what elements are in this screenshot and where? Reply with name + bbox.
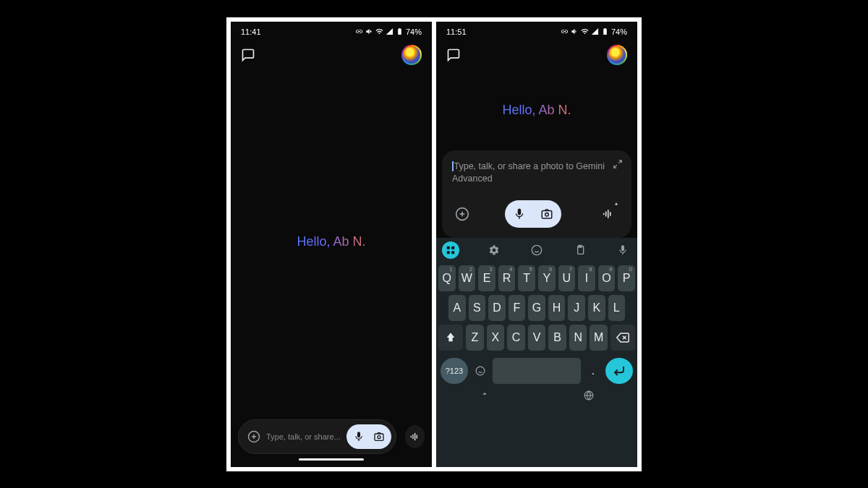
camera-button[interactable]	[370, 427, 388, 446]
link-icon	[561, 27, 569, 35]
key-t[interactable]: T5	[518, 265, 535, 291]
keyboard-collapse-icon[interactable]	[480, 390, 490, 401]
input-placeholder: Type, talk, or share...	[266, 432, 341, 441]
key-f[interactable]: F	[509, 295, 526, 321]
plus-icon[interactable]	[247, 430, 260, 443]
key-i[interactable]: I8	[578, 265, 595, 291]
key-e[interactable]: E3	[478, 265, 495, 291]
status-time: 11:51	[446, 27, 467, 36]
svg-rect-7	[414, 432, 415, 440]
shift-key[interactable]	[438, 325, 463, 351]
key-l[interactable]: L	[608, 295, 626, 321]
link-icon	[355, 27, 363, 35]
key-o[interactable]: O9	[598, 265, 616, 291]
status-bar: 11:41 74%	[231, 22, 432, 39]
svg-rect-6	[413, 434, 414, 439]
mic-button[interactable]	[349, 427, 368, 446]
svg-rect-17	[610, 212, 611, 216]
keyboard-rows: Q1W2E3R4T5Y6U7I8O9P0 ASDFGHJKL ZXCVBNM ?…	[436, 262, 637, 384]
status-indicators: 74%	[561, 27, 627, 36]
expand-icon[interactable]	[613, 159, 623, 169]
period-key[interactable]: .	[584, 358, 603, 384]
svg-rect-8	[417, 435, 417, 438]
status-indicators: 74%	[355, 27, 422, 36]
language-icon[interactable]	[584, 390, 594, 401]
key-d[interactable]: D	[488, 295, 506, 321]
keyboard-emoji-button[interactable]	[528, 241, 545, 259]
key-j[interactable]: J	[568, 295, 585, 321]
mic-button[interactable]	[509, 204, 529, 224]
key-b[interactable]: B	[548, 325, 566, 351]
svg-point-13	[545, 213, 549, 216]
live-button[interactable]	[597, 203, 618, 225]
key-n[interactable]: N	[569, 325, 587, 351]
sparkle-icon	[613, 202, 620, 209]
key-s[interactable]: S	[469, 295, 486, 321]
key-m[interactable]: M	[590, 325, 608, 351]
live-button[interactable]	[405, 425, 425, 448]
battery-percent: 74%	[406, 27, 422, 36]
keyboard-voice-button[interactable]	[614, 241, 631, 259]
mic-camera-group	[346, 424, 391, 449]
svg-rect-21	[451, 251, 454, 254]
key-c[interactable]: C	[507, 325, 525, 351]
key-x[interactable]: X	[487, 325, 505, 351]
svg-rect-18	[447, 246, 450, 249]
status-time: 11:41	[241, 27, 261, 36]
emoji-key[interactable]	[471, 358, 490, 384]
phone-left: 11:41 74% Hello, Ab N. Type, talk, or sh…	[231, 22, 432, 467]
app-top-bar	[436, 39, 637, 71]
svg-rect-5	[411, 435, 412, 437]
svg-rect-19	[451, 246, 454, 249]
keyboard-settings-button[interactable]	[485, 241, 503, 259]
keyboard-row-bottom: ?123 .	[438, 358, 635, 384]
space-key[interactable]	[493, 358, 581, 384]
mic-camera-group	[505, 200, 561, 228]
battery-icon	[396, 27, 404, 35]
key-q[interactable]: Q1	[438, 265, 456, 291]
main-content: Hello, Ab N.	[231, 71, 432, 414]
home-indicator[interactable]	[231, 458, 432, 467]
profile-avatar[interactable]	[401, 45, 422, 65]
input-pill[interactable]: Type, talk, or share...	[238, 419, 396, 454]
signal-icon	[386, 27, 393, 35]
keyboard-row-1: Q1W2E3R4T5Y6U7I8O9P0	[438, 265, 635, 291]
camera-button[interactable]	[537, 204, 557, 224]
battery-percent: 74%	[611, 27, 627, 36]
svg-rect-3	[375, 434, 383, 440]
key-u[interactable]: U7	[558, 265, 576, 291]
keyboard-row-2: ASDFGHJKL	[438, 295, 635, 321]
key-y[interactable]: Y6	[538, 265, 556, 291]
svg-rect-15	[605, 211, 607, 217]
backspace-key[interactable]	[610, 325, 635, 351]
plus-icon[interactable]	[455, 207, 469, 221]
key-g[interactable]: G	[528, 295, 545, 321]
status-bar: 11:51 74%	[436, 22, 637, 39]
profile-avatar[interactable]	[607, 45, 627, 65]
expanded-input-area[interactable]: Type, talk, or share a photo to Gemini A…	[442, 150, 631, 193]
svg-point-22	[532, 245, 541, 254]
key-r[interactable]: R4	[498, 265, 516, 291]
signal-icon	[591, 27, 599, 35]
key-w[interactable]: W2	[459, 265, 476, 291]
chat-icon[interactable]	[446, 48, 461, 62]
symbols-key[interactable]: ?123	[441, 358, 468, 384]
svg-point-28	[476, 367, 485, 375]
svg-point-4	[378, 435, 380, 438]
svg-rect-12	[542, 210, 552, 218]
comparison-frame: 11:41 74% Hello, Ab N. Type, talk, or sh…	[226, 17, 642, 471]
key-v[interactable]: V	[528, 325, 546, 351]
key-p[interactable]: P0	[618, 265, 635, 291]
enter-key[interactable]	[605, 358, 633, 384]
wifi-icon	[375, 27, 383, 35]
key-z[interactable]: Z	[466, 325, 484, 351]
key-h[interactable]: H	[548, 295, 566, 321]
key-a[interactable]: A	[448, 295, 466, 321]
keyboard-toolbar	[436, 238, 637, 262]
chat-icon[interactable]	[241, 48, 255, 62]
keyboard-menu-button[interactable]	[442, 241, 459, 259]
input-placeholder: Type, talk, or share a photo to Gemini A…	[452, 160, 621, 186]
key-k[interactable]: K	[588, 295, 605, 321]
wifi-icon	[581, 27, 589, 35]
keyboard-clipboard-button[interactable]	[571, 241, 589, 259]
